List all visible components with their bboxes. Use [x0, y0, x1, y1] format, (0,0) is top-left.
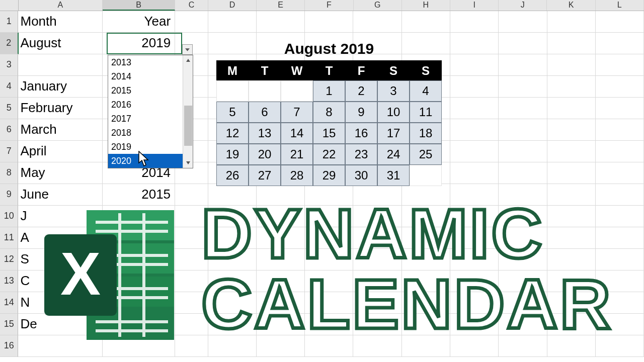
col-header-h[interactable]: H: [402, 0, 450, 11]
cell-H1[interactable]: [402, 11, 450, 33]
dropdown-option[interactable]: 2015: [108, 83, 183, 98]
cell-J2[interactable]: [499, 33, 547, 54]
cell-K6[interactable]: [547, 119, 596, 141]
cell-J3[interactable]: [499, 54, 547, 76]
cell-J1[interactable]: [499, 11, 547, 33]
scroll-thumb[interactable]: [184, 106, 192, 146]
cell-A5[interactable]: February: [18, 98, 102, 119]
row-header[interactable]: 7: [0, 141, 18, 162]
cell-K1[interactable]: [547, 11, 596, 33]
cell-L7[interactable]: [596, 141, 644, 162]
cell-A2[interactable]: August: [19, 33, 103, 54]
calendar-day: 29: [313, 165, 345, 186]
scroll-down-icon[interactable]: [183, 158, 193, 168]
row-header[interactable]: 8: [0, 162, 18, 184]
col-header-a[interactable]: A: [19, 0, 103, 11]
cell-I2[interactable]: [450, 33, 499, 54]
cell-I8[interactable]: [450, 162, 499, 184]
dropdown-handle[interactable]: [182, 44, 193, 55]
cell-L3[interactable]: [596, 54, 644, 76]
dropdown-option[interactable]: 2019: [108, 140, 183, 154]
cell-J4[interactable]: [499, 76, 547, 98]
cell-B1[interactable]: Year: [103, 11, 175, 33]
cell-J5[interactable]: [499, 98, 547, 119]
cell-K2[interactable]: [547, 33, 596, 54]
col-header-g[interactable]: G: [354, 0, 402, 11]
row-header[interactable]: 16: [0, 335, 18, 357]
year-dropdown-list[interactable]: 20132014201520162017201820192020: [108, 55, 193, 168]
row-header[interactable]: 11: [0, 227, 18, 249]
cell-A8[interactable]: May: [18, 162, 102, 184]
cell-D1[interactable]: [208, 11, 257, 33]
row-header[interactable]: 15: [0, 314, 18, 335]
col-header-l[interactable]: L: [596, 0, 644, 11]
excel-logo-icon: X: [30, 201, 191, 352]
cell-I1[interactable]: [450, 11, 499, 33]
overlay-title: DYNAMIC CALENDAR: [201, 199, 613, 339]
cell-G1[interactable]: [353, 11, 401, 33]
cell-A7[interactable]: April: [18, 141, 102, 162]
cell-I6[interactable]: [450, 119, 499, 141]
cell-L2[interactable]: [596, 33, 644, 54]
dropdown-option[interactable]: 2014: [108, 69, 183, 83]
col-header-f[interactable]: F: [305, 0, 353, 11]
cell-J8[interactable]: [499, 162, 547, 184]
dropdown-option[interactable]: 2013: [108, 55, 183, 69]
cell-J6[interactable]: [499, 119, 547, 141]
cell-A6[interactable]: March: [18, 119, 102, 141]
cell-I4[interactable]: [450, 76, 499, 98]
cell-I5[interactable]: [450, 98, 499, 119]
calendar-dow: M: [216, 60, 249, 80]
cell-E1[interactable]: [257, 11, 305, 33]
col-header-j[interactable]: J: [499, 0, 547, 11]
cell-C1[interactable]: [175, 11, 208, 33]
cell-K4[interactable]: [547, 76, 596, 98]
row-header[interactable]: 6: [0, 119, 18, 141]
row-header[interactable]: 9: [0, 184, 18, 206]
col-header-d[interactable]: D: [208, 0, 257, 11]
dropdown-option[interactable]: 2017: [108, 112, 183, 126]
cell-F1[interactable]: [305, 11, 353, 33]
row-header[interactable]: 13: [0, 270, 18, 292]
row-header[interactable]: 12: [0, 249, 18, 270]
cell-I7[interactable]: [450, 141, 499, 162]
cell-K5[interactable]: [547, 98, 596, 119]
row-header[interactable]: 3: [0, 54, 18, 76]
col-header-i[interactable]: I: [450, 0, 499, 11]
cell-K8[interactable]: [547, 162, 596, 184]
row-header[interactable]: 2: [0, 33, 19, 54]
svg-text:X: X: [60, 240, 101, 307]
calendar-day: 1: [313, 80, 345, 102]
col-header-b[interactable]: B: [103, 0, 175, 11]
select-all-corner[interactable]: [0, 0, 19, 11]
cell-L4[interactable]: [596, 76, 644, 98]
cell-L1[interactable]: [596, 11, 644, 33]
cell-B2[interactable]: 2019: [103, 33, 175, 54]
col-header-c[interactable]: C: [175, 0, 208, 11]
dropdown-option[interactable]: 2018: [108, 126, 183, 140]
cell-A4[interactable]: January: [18, 76, 102, 98]
dropdown-option[interactable]: 2020: [108, 154, 183, 168]
row-header[interactable]: 10: [0, 206, 18, 227]
cell-K3[interactable]: [547, 54, 596, 76]
cell-I3[interactable]: [450, 54, 499, 76]
calendar-day: 25: [410, 144, 442, 165]
row-header[interactable]: 5: [0, 98, 18, 119]
dropdown-option[interactable]: 2016: [108, 98, 183, 112]
cell-A3[interactable]: [18, 54, 102, 76]
cell-J7[interactable]: [499, 141, 547, 162]
col-header-e[interactable]: E: [257, 0, 305, 11]
calendar-day: 23: [345, 144, 377, 165]
dropdown-scrollbar[interactable]: [183, 55, 193, 168]
calendar-day: [410, 165, 442, 186]
row-header[interactable]: 1: [0, 11, 18, 33]
cell-K7[interactable]: [547, 141, 596, 162]
col-header-k[interactable]: K: [547, 0, 595, 11]
cell-A1[interactable]: Month: [18, 11, 102, 33]
scroll-up-icon[interactable]: [183, 55, 193, 65]
cell-L8[interactable]: [596, 162, 644, 184]
row-header[interactable]: 14: [0, 292, 18, 314]
cell-L5[interactable]: [596, 98, 644, 119]
row-header[interactable]: 4: [0, 76, 18, 98]
cell-L6[interactable]: [596, 119, 644, 141]
